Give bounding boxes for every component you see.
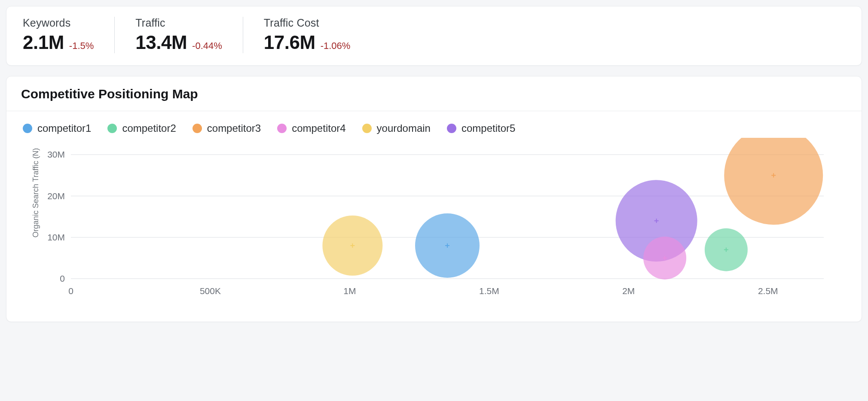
y-tick-label: 0 bbox=[60, 273, 65, 283]
x-tick-label: 2M bbox=[622, 286, 635, 296]
x-tick-label: 0 bbox=[68, 286, 73, 296]
metric-traffic-cost: Traffic Cost 17.6M -1.06% bbox=[243, 17, 371, 53]
legend-dot-icon bbox=[277, 124, 287, 133]
x-tick-label: 500K bbox=[200, 286, 221, 296]
legend-dot-icon bbox=[107, 124, 117, 133]
metric-traffic: Traffic 13.4M -0.44% bbox=[114, 17, 243, 53]
legend-item-competitor2[interactable]: competitor2 bbox=[107, 122, 176, 134]
y-tick-label: 20M bbox=[47, 191, 65, 201]
metric-value: 2.1M bbox=[23, 32, 64, 53]
legend-item-competitor1[interactable]: competitor1 bbox=[23, 122, 91, 134]
metric-keywords: Keywords 2.1M -1.5% bbox=[23, 17, 114, 53]
metric-label: Traffic Cost bbox=[264, 17, 351, 29]
legend-label: competitor5 bbox=[462, 122, 515, 134]
chart-legend: competitor1competitor2competitor3competi… bbox=[6, 111, 862, 138]
metrics-card: Keywords 2.1M -1.5% Traffic 13.4M -0.44%… bbox=[6, 6, 862, 66]
x-tick-label: 1.5M bbox=[479, 286, 499, 296]
metric-value: 13.4M bbox=[135, 32, 187, 53]
legend-dot-icon bbox=[362, 124, 372, 133]
chart-title: Competitive Positioning Map bbox=[6, 76, 862, 111]
legend-item-competitor3[interactable]: competitor3 bbox=[193, 122, 261, 134]
y-tick-label: 30M bbox=[47, 149, 65, 159]
legend-label: competitor1 bbox=[37, 122, 91, 134]
metric-value: 17.6M bbox=[264, 32, 315, 53]
legend-item-yourdomain[interactable]: yourdomain bbox=[362, 122, 431, 134]
bubble-competitor2[interactable] bbox=[705, 228, 748, 271]
y-tick-label: 10M bbox=[47, 232, 65, 242]
bubble-competitor4[interactable] bbox=[643, 237, 686, 279]
legend-item-competitor4[interactable]: competitor4 bbox=[277, 122, 345, 134]
metric-label: Traffic bbox=[135, 17, 222, 29]
bubble-chart: 010M20M30M0500K1M1.5M2M2.5M bbox=[33, 138, 841, 301]
legend-dot-icon bbox=[23, 124, 32, 133]
y-axis-label: Organic Search Traffic (N) bbox=[31, 148, 40, 238]
legend-dot-icon bbox=[193, 124, 202, 133]
metric-delta: -1.5% bbox=[69, 40, 94, 52]
bubble-competitor3[interactable] bbox=[724, 138, 823, 225]
legend-label: yourdomain bbox=[377, 122, 431, 134]
chart-card: Competitive Positioning Map competitor1c… bbox=[6, 76, 862, 322]
bubble-yourdomain[interactable] bbox=[322, 216, 382, 276]
legend-label: competitor4 bbox=[292, 122, 345, 134]
x-tick-label: 1M bbox=[343, 286, 356, 296]
metric-label: Keywords bbox=[23, 17, 94, 29]
legend-label: competitor2 bbox=[122, 122, 176, 134]
legend-item-competitor5[interactable]: competitor5 bbox=[447, 122, 515, 134]
legend-label: competitor3 bbox=[207, 122, 261, 134]
x-tick-label: 2.5M bbox=[758, 286, 778, 296]
metric-delta: -1.06% bbox=[321, 40, 351, 52]
bubble-competitor1[interactable] bbox=[415, 213, 480, 278]
metric-delta: -0.44% bbox=[192, 40, 222, 52]
legend-dot-icon bbox=[447, 124, 456, 133]
svg-point-0 bbox=[724, 138, 823, 225]
